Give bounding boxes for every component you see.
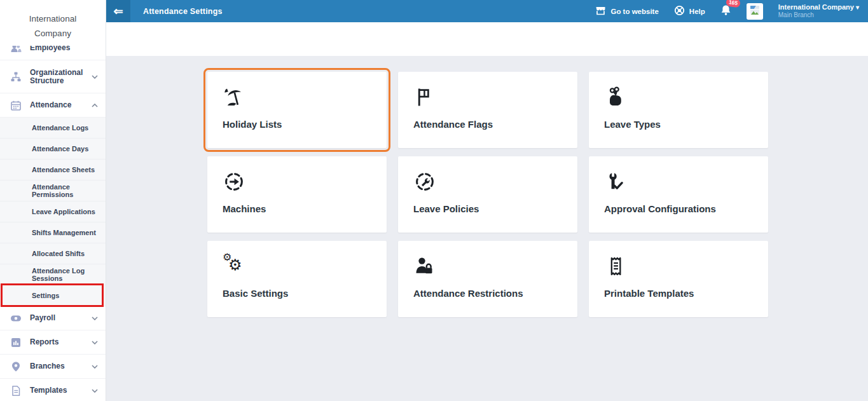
sidebar-subitem-shifts-management[interactable]: Shifts Management xyxy=(0,222,106,243)
card-leave-types[interactable]: Leave Types xyxy=(589,72,768,148)
sidebar-item-branches[interactable]: Branches xyxy=(0,355,106,379)
card-holiday-lists[interactable]: Holiday Lists xyxy=(207,72,387,148)
hand-reminder-icon xyxy=(604,86,753,111)
collapse-sidebar-button[interactable]: ⇐ xyxy=(106,0,130,22)
gears-icon: ⚙ ⚙ xyxy=(223,255,371,280)
subitem-label: Attendance Logs xyxy=(32,124,88,132)
card-machines[interactable]: Machines xyxy=(207,156,387,233)
sidebar-subitem-settings[interactable]: Settings xyxy=(0,285,106,306)
sidebar-subitem-attendance-logs[interactable]: Attendance Logs xyxy=(0,118,106,139)
go-to-website-label: Go to website xyxy=(610,8,658,15)
sidebar-item-label: Reports xyxy=(30,338,83,346)
logo-line-2: Company xyxy=(34,26,71,41)
person-lock-icon xyxy=(413,255,562,280)
sidebar-item-label: Templates xyxy=(30,386,83,395)
subitem-label: Attendance Sheets xyxy=(32,166,95,173)
subitem-label: Attendance Permissions xyxy=(32,183,106,198)
sidebar-nav: Employees Organizational Structure Atten… xyxy=(0,36,106,401)
card-leave-policies[interactable]: Leave Policies xyxy=(398,156,577,233)
flag-icon xyxy=(413,86,562,111)
help-lifebuoy-icon xyxy=(674,5,685,17)
page-title: Attendance Settings xyxy=(143,7,223,16)
branch-name: Main Branch xyxy=(778,11,859,19)
logo-line-1: International xyxy=(29,11,76,26)
back-arrow-icon: ⇐ xyxy=(113,4,123,18)
large-gear-glyph: ⚙ xyxy=(228,256,242,274)
subitem-label: Settings xyxy=(32,292,59,299)
subitem-label: Attendance Days xyxy=(32,145,88,153)
topbar: ⇐ Attendance Settings Go to website Help… xyxy=(106,0,868,22)
sidebar-item-label: Branches xyxy=(30,362,83,370)
sidebar-subitem-leave-applications[interactable]: Leave Applications xyxy=(0,201,106,222)
card-label: Machines xyxy=(223,203,371,214)
receipt-icon xyxy=(604,255,753,280)
sidebar-subitem-attendance-log-sessions[interactable]: Attendance Log Sessions xyxy=(0,264,106,285)
bell-icon xyxy=(720,7,731,18)
sidebar-subitem-attendance-permissions[interactable]: Attendance Permissions xyxy=(0,180,106,201)
sidebar-item-attendance[interactable]: Attendance xyxy=(0,93,106,118)
calendar-icon xyxy=(10,100,22,111)
chevron-down-icon xyxy=(92,75,98,79)
sidebar-item-templates[interactable]: Templates xyxy=(0,379,106,401)
help-label: Help xyxy=(689,8,705,15)
card-label: Approval Configurations xyxy=(604,203,753,214)
sidebar-item-label: Payroll xyxy=(30,314,83,322)
chevron-down-icon xyxy=(92,365,98,369)
bar-chart-icon xyxy=(10,337,22,348)
card-label: Holiday Lists xyxy=(223,119,371,130)
card-attendance-restrictions[interactable]: Attendance Restrictions xyxy=(398,241,577,317)
sidebar-subitem-allocated-shifts[interactable]: Allocated Shifts xyxy=(0,243,106,264)
banknote-icon xyxy=(10,313,22,324)
card-approval-configurations[interactable]: Approval Configurations xyxy=(589,156,768,233)
broken-image-icon xyxy=(749,4,761,18)
caret-down-icon: ▾ xyxy=(856,4,859,11)
org-chart-icon xyxy=(10,71,22,83)
main-content: Holiday Lists Attendance Flags Leave Typ… xyxy=(106,56,868,401)
topbar-actions: Go to website Help 165 International Com… xyxy=(595,3,868,20)
wrench-check-icon xyxy=(604,170,753,196)
map-pin-icon xyxy=(10,361,22,372)
sidebar-subitem-attendance-days[interactable]: Attendance Days xyxy=(0,139,106,160)
notifications-button[interactable]: 165 xyxy=(720,4,731,18)
subitem-label: Attendance Log Sessions xyxy=(32,267,106,282)
sidebar-subitem-attendance-sheets[interactable]: Attendance Sheets xyxy=(0,160,106,180)
card-label: Attendance Flags xyxy=(413,119,562,130)
sidebar: International Company Employees Organiza… xyxy=(0,0,106,401)
beach-umbrella-icon xyxy=(223,86,371,111)
company-logo: International Company xyxy=(0,0,106,46)
company-switcher[interactable]: International Company▾ Main Branch xyxy=(778,3,859,19)
card-label: Leave Policies xyxy=(413,203,562,214)
subitem-label: Allocated Shifts xyxy=(32,250,85,257)
go-to-website-link[interactable]: Go to website xyxy=(595,6,658,17)
subitem-label: Leave Applications xyxy=(32,208,95,215)
avatar[interactable] xyxy=(747,3,763,20)
help-link[interactable]: Help xyxy=(674,5,705,17)
chevron-down-icon xyxy=(92,316,98,320)
chevron-down-icon xyxy=(92,341,98,344)
machine-circle-arrow-icon xyxy=(223,170,371,196)
chevron-up-icon xyxy=(92,104,98,107)
sidebar-item-label: Organizational Structure xyxy=(30,69,83,85)
card-printable-templates[interactable]: Printable Templates xyxy=(589,241,768,317)
sidebar-item-label: Attendance xyxy=(30,101,83,109)
card-label: Attendance Restrictions xyxy=(413,288,562,299)
sidebar-item-organizational-structure[interactable]: Organizational Structure xyxy=(0,60,106,93)
toolbar-strip xyxy=(106,22,868,56)
card-basic-settings[interactable]: ⚙ ⚙ Basic Settings xyxy=(207,241,387,317)
company-name: International Company xyxy=(778,3,854,11)
sidebar-item-reports[interactable]: Reports xyxy=(0,330,106,355)
chevron-down-icon xyxy=(92,389,98,393)
card-attendance-flags[interactable]: Attendance Flags xyxy=(398,72,577,148)
storefront-icon xyxy=(595,6,606,17)
document-icon xyxy=(10,385,22,397)
circle-wrench-icon xyxy=(413,170,562,196)
card-label: Printable Templates xyxy=(604,288,753,299)
attendance-submenu: Attendance Logs Attendance Days Attendan… xyxy=(0,118,106,306)
sidebar-item-payroll[interactable]: Payroll xyxy=(0,306,106,330)
subitem-label: Shifts Management xyxy=(32,229,96,236)
card-label: Leave Types xyxy=(604,119,753,130)
card-label: Basic Settings xyxy=(223,288,371,299)
settings-card-grid: Holiday Lists Attendance Flags Leave Typ… xyxy=(207,72,768,317)
